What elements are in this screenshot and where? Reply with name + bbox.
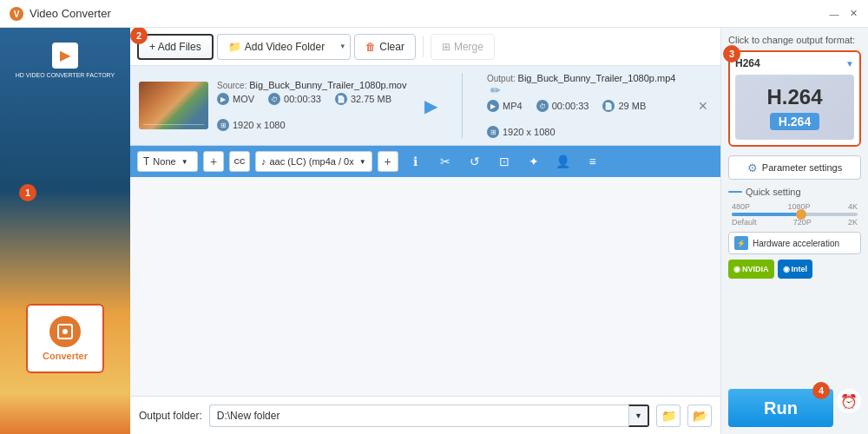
label-default: Default bbox=[732, 218, 757, 227]
output-header: Output: Big_Buck_Bunny_Trailer_1080p.mp4… bbox=[487, 73, 677, 97]
source-resolution-item: ⊞ 1920 x 1080 bbox=[217, 119, 286, 131]
svg-text:V: V bbox=[14, 10, 20, 19]
format-dropdown-icon[interactable]: ▼ bbox=[845, 59, 854, 69]
output-folder-wrapper: ▼ bbox=[209, 404, 649, 427]
file-source: Source: Big_Buck_Bunny_Trailer_1080p.mov… bbox=[217, 80, 407, 131]
file-divider bbox=[462, 73, 463, 138]
slider-fill bbox=[732, 213, 801, 216]
format-big-text: H.264 bbox=[766, 85, 822, 109]
badge-1: 1 bbox=[19, 184, 36, 201]
hardware-accel-button[interactable]: ⚡ Hardware acceleration bbox=[728, 232, 861, 254]
add-video-folder-label: Add Video Folder bbox=[245, 41, 326, 53]
audio-track-select[interactable]: ♪ aac (LC) (mp4a / 0x ▼ bbox=[255, 151, 372, 172]
edit-tool-button[interactable]: ✂ bbox=[433, 149, 457, 174]
param-settings-label: Parameter settings bbox=[762, 162, 842, 173]
subtitle-tool-button[interactable]: ≡ bbox=[581, 149, 605, 174]
add-video-folder-wrapper: 📁 Add Video Folder ▼ bbox=[217, 34, 352, 60]
run-section: 4 Run ⏰ bbox=[728, 389, 861, 427]
output-folder-input[interactable] bbox=[209, 404, 628, 427]
subtitle-icon: T bbox=[143, 155, 149, 168]
nvidia-icon: ◉ bbox=[733, 265, 740, 273]
file-output: Output: Big_Buck_Bunny_Trailer_1080p.mp4… bbox=[487, 73, 677, 138]
badge-2: 2 bbox=[130, 28, 148, 44]
track-row: T None ▼ + CC ♪ aac (LC) (mp4a / 0x ▼ + … bbox=[130, 146, 720, 177]
subtitle-value: None bbox=[153, 156, 175, 167]
label-2k: 2K bbox=[848, 218, 858, 227]
file-close-button[interactable]: ✕ bbox=[694, 97, 712, 115]
effects-tool-button[interactable]: ✦ bbox=[522, 149, 546, 174]
merge-button[interactable]: ⊞ Merge bbox=[431, 34, 495, 60]
audio-dropdown-icon: ▼ bbox=[359, 158, 366, 166]
format-badge: H.264 bbox=[770, 113, 819, 130]
source-duration-item: ⏱ 00:00:33 bbox=[268, 93, 321, 105]
minimize-button[interactable]: — bbox=[828, 8, 840, 20]
toolbar: 2 + Add Files 📁 Add Video Folder ▼ 🗑 Cle… bbox=[130, 28, 720, 66]
intel-badge[interactable]: ◉ Intel bbox=[778, 260, 813, 279]
converter-button[interactable]: Converter bbox=[26, 304, 104, 373]
alarm-icon[interactable]: ⏰ bbox=[837, 389, 861, 413]
title-bar: V Video Converter — ✕ bbox=[0, 0, 868, 28]
file-row: Source: Big_Buck_Bunny_Trailer_1080p.mov… bbox=[130, 66, 720, 146]
format-icon: ▶ bbox=[217, 93, 229, 105]
nvidia-label: NVIDIA bbox=[742, 265, 769, 273]
source-format: MOV bbox=[233, 94, 254, 104]
converter-icon bbox=[49, 316, 81, 347]
gpu-badges: ◉ NVIDIA ◉ Intel bbox=[728, 260, 861, 279]
svg-point-3 bbox=[62, 329, 68, 334]
hw-accel-label: Hardware acceleration bbox=[753, 239, 839, 248]
output-format: MP4 bbox=[503, 101, 523, 111]
output-duration-item: ⏱ 00:00:33 bbox=[536, 100, 589, 112]
window-controls: — ✕ bbox=[828, 8, 859, 20]
source-header: Source: Big_Buck_Bunny_Trailer_1080p.mov bbox=[217, 80, 407, 90]
cc-button[interactable]: CC bbox=[229, 151, 250, 172]
output-size-item: 📄 29 MB bbox=[602, 100, 646, 112]
window: V Video Converter — ✕ ▶ HD VIDEO CONVERT… bbox=[0, 0, 868, 434]
add-files-button[interactable]: + Add Files bbox=[137, 34, 214, 60]
res-icon: ⊞ bbox=[217, 119, 229, 131]
output-filename: Big_Buck_Bunny_Trailer_1080p.mp4 bbox=[518, 73, 676, 83]
output-format-item: ▶ MP4 bbox=[487, 100, 523, 112]
quick-setting-label: Quick setting bbox=[728, 187, 861, 197]
badge-3: 3 bbox=[723, 45, 740, 62]
slider-labels-bottom: Default 720P 2K bbox=[732, 218, 858, 227]
add-video-folder-button[interactable]: 📁 Add Video Folder bbox=[217, 34, 336, 60]
badge-4: 4 bbox=[812, 382, 830, 399]
output-format-icon: ▶ bbox=[487, 100, 499, 112]
quality-slider-container: 480P 1080P 4K Default 720P 2K bbox=[728, 202, 861, 227]
format-box[interactable]: 3 H264 ▼ H.264 H.264 bbox=[728, 50, 861, 147]
add-track-button[interactable]: + bbox=[203, 151, 224, 172]
watermark-tool-button[interactable]: 👤 bbox=[551, 149, 575, 174]
slider-thumb[interactable] bbox=[796, 209, 806, 220]
merge-label: Merge bbox=[454, 41, 483, 53]
quick-setting-text: Quick setting bbox=[746, 187, 801, 197]
open-folder-button[interactable]: 📂 bbox=[687, 404, 712, 427]
format-header: H264 ▼ bbox=[735, 57, 854, 69]
output-folder-dropdown[interactable]: ▼ bbox=[628, 404, 649, 427]
edit-icon[interactable]: ✏ bbox=[490, 83, 501, 97]
subtitle-dropdown-icon: ▼ bbox=[181, 158, 188, 166]
subtitle-select[interactable]: T None ▼ bbox=[137, 151, 198, 172]
parameter-settings-button[interactable]: ⚙ Parameter settings bbox=[728, 155, 861, 180]
label-4k: 4K bbox=[848, 202, 858, 211]
add-video-folder-dropdown[interactable]: ▼ bbox=[335, 34, 351, 60]
browse-folder-button[interactable]: 📁 bbox=[656, 404, 681, 427]
source-resolution: 1920 x 1080 bbox=[233, 120, 286, 130]
file-thumbnail bbox=[139, 82, 208, 129]
nvidia-badge[interactable]: ◉ NVIDIA bbox=[728, 260, 774, 279]
close-button[interactable]: ✕ bbox=[847, 8, 859, 20]
content-area bbox=[130, 177, 720, 396]
left-sidebar: ▶ HD VIDEO CONVERTER FACTORY 1 Converter bbox=[0, 28, 130, 434]
rotate-tool-button[interactable]: ↺ bbox=[463, 149, 487, 174]
add-audio-button[interactable]: + bbox=[378, 151, 398, 172]
clear-button[interactable]: 🗑 Clear bbox=[354, 34, 416, 60]
sidebar-logo-icon: ▶ bbox=[52, 43, 78, 69]
folder-icon: 📁 bbox=[228, 41, 241, 53]
output-duration: 00:00:33 bbox=[552, 101, 589, 111]
crop-tool-button[interactable]: ⊡ bbox=[492, 149, 516, 174]
format-name: H264 bbox=[735, 57, 760, 69]
info-tool-button[interactable]: ℹ bbox=[404, 149, 428, 174]
slider-track[interactable] bbox=[732, 213, 858, 216]
slider-labels-top: 480P 1080P 4K bbox=[732, 202, 858, 211]
trash-icon: 🗑 bbox=[365, 41, 376, 53]
main-layout: ▶ HD VIDEO CONVERTER FACTORY 1 Converter bbox=[0, 28, 868, 434]
